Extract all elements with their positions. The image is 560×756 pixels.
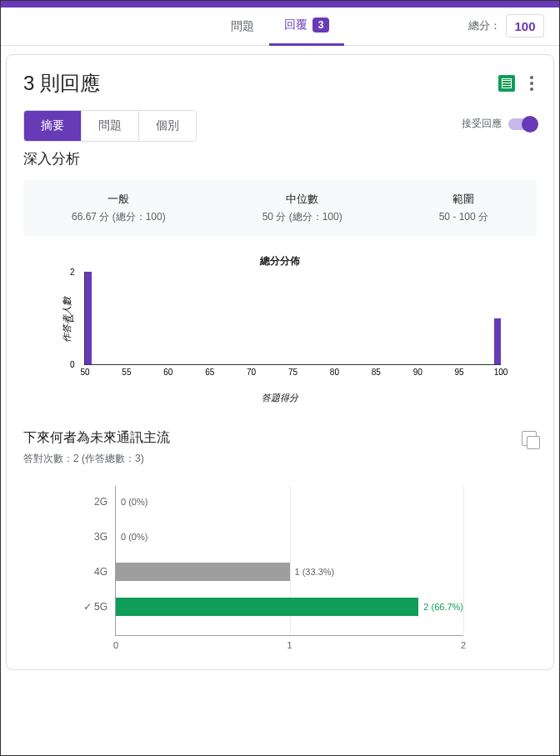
answer-label: 4G: [94, 566, 116, 578]
answer-label-correct: ✓ 5G: [83, 601, 116, 613]
xtick: 85: [372, 368, 381, 377]
answer-annotation: 0 (0%): [121, 532, 148, 542]
tab-questions[interactable]: 問題: [216, 8, 269, 46]
xtick: 100: [494, 368, 508, 377]
answer-annotation: 0 (0%): [121, 497, 148, 507]
xtick: 80: [330, 368, 339, 377]
histogram-plot: 2 1 0 50 55 60 65 70 75 80 85 90 95 100: [84, 272, 501, 365]
gridline: [463, 486, 464, 635]
seg-individual-button[interactable]: 個別: [139, 111, 196, 141]
stat-median: 中位數 50 分 (總分：100): [262, 192, 342, 224]
score-histogram: 作答者人數 2 1 0 50 55 60 65 70 75 80 85 90 9…: [59, 272, 501, 380]
stat-range-label: 範圍: [439, 192, 488, 207]
sheets-icon[interactable]: [498, 75, 515, 92]
question-title: 下來何者為未來通訊主流: [23, 429, 170, 447]
total-points-label: 總分：: [468, 18, 501, 33]
accept-responses-toggle[interactable]: [508, 118, 537, 130]
total-points-value[interactable]: 100: [506, 14, 544, 38]
xtick: 70: [247, 368, 256, 377]
answer-bar-chart: 2G 0 (0%) 3G 0 (0%) 4G 1 (33.3%) ✓ 5G 2 …: [115, 486, 515, 653]
xtick: 75: [288, 368, 298, 377]
stat-range: 範圍 50 - 100 分: [439, 192, 488, 224]
answer-label: 2G: [94, 496, 116, 508]
stat-median-value: 50 分 (總分：100): [262, 210, 342, 224]
xtick: 90: [413, 368, 422, 377]
tab-responses-label: 回覆: [284, 18, 308, 33]
answer-row: ✓ 5G 2 (66.7%): [116, 598, 463, 616]
insights-title: 深入分析: [23, 149, 537, 168]
histogram-bar: [494, 318, 501, 365]
answer-annotation: 1 (33.3%): [295, 567, 335, 577]
xtick: 55: [122, 368, 131, 377]
stat-average: 一般 66.67 分 (總分：100): [72, 192, 166, 224]
responses-card: 3 則回應 摘要 問題 個別 接受回應 深入分析 一般 66.67 分 (總分：…: [6, 54, 554, 670]
responses-title: 3 則回應: [23, 70, 100, 97]
answer-annotation: 2 (66.7%): [423, 602, 463, 612]
question-title-row: 下來何者為未來通訊主流: [23, 429, 537, 447]
more-menu-icon[interactable]: [530, 82, 533, 85]
stat-avg-label: 一般: [72, 192, 166, 207]
histogram-xlabel: 答題得分: [23, 392, 537, 404]
xtick: 95: [455, 368, 464, 377]
stats-panel: 一般 66.67 分 (總分：100) 中位數 50 分 (總分：100) 範圍…: [23, 180, 537, 236]
histogram-title: 總分分佈: [23, 254, 537, 268]
header-icons: [498, 75, 537, 92]
ytick: 0: [70, 360, 75, 369]
stat-avg-value: 66.67 分 (總分：100): [72, 210, 166, 224]
histogram-bar: [85, 272, 92, 364]
xtick: 1: [287, 640, 292, 650]
response-count-badge: 3: [312, 18, 330, 33]
answer-row: 3G 0 (0%): [116, 528, 463, 546]
tab-responses[interactable]: 回覆 3: [269, 8, 345, 46]
seg-question-button[interactable]: 問題: [82, 111, 139, 141]
accept-responses-label: 接受回應: [462, 117, 502, 131]
view-segmented-control: 摘要 問題 個別: [23, 110, 197, 142]
answer-label: 3G: [94, 531, 116, 543]
copy-icon[interactable]: [522, 431, 537, 446]
tabs-row: 問題 回覆 3 總分： 100: [1, 8, 559, 46]
answer-row: 2G 0 (0%): [116, 493, 463, 511]
xtick: 60: [163, 368, 172, 377]
xtick: 65: [205, 368, 214, 377]
ytick: 1: [70, 313, 75, 323]
card-header: 3 則回應: [23, 70, 537, 97]
answer-bar: [116, 563, 290, 581]
xtick: 50: [80, 368, 89, 377]
stat-range-value: 50 - 100 分: [439, 210, 488, 224]
question-subtitle: 答對次數：2 (作答總數：3): [23, 452, 537, 466]
ytick: 2: [70, 268, 75, 277]
total-points: 總分： 100: [468, 14, 544, 38]
answer-plot: 2G 0 (0%) 3G 0 (0%) 4G 1 (33.3%) ✓ 5G 2 …: [115, 486, 463, 636]
answer-bar: [116, 598, 418, 616]
answer-row: 4G 1 (33.3%): [116, 563, 463, 581]
stat-median-label: 中位數: [262, 192, 342, 207]
xtick: 0: [113, 640, 118, 650]
xtick: 2: [461, 640, 466, 650]
seg-summary-button[interactable]: 摘要: [24, 111, 82, 141]
